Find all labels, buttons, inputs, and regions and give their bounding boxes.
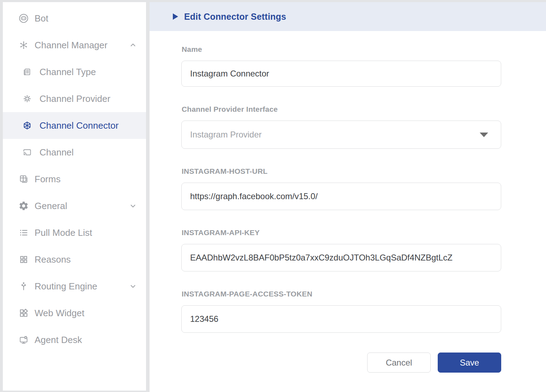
routing-engine-icon xyxy=(18,281,29,292)
sidebar-item-label: Web Widget xyxy=(35,308,84,319)
host-url-field-group: INSTAGRAM-HOST-URL xyxy=(181,167,501,210)
sidebar-item-label: Channel Provider xyxy=(40,93,110,104)
channel-provider-interface-label: Channel Provider Interface xyxy=(182,105,501,114)
instagram-host-url-label: INSTAGRAM-HOST-URL xyxy=(182,167,501,176)
sidebar-item-forms[interactable]: Forms xyxy=(3,166,146,192)
name-field-group: Name xyxy=(181,45,501,87)
sidebar: Bot Channel Manager xyxy=(3,2,146,391)
web-widget-icon xyxy=(18,308,29,318)
sidebar-item-label: Agent Desk xyxy=(35,335,82,345)
channel-manager-icon xyxy=(18,40,29,50)
chevron-down-icon xyxy=(129,282,137,290)
channel-provider-icon xyxy=(22,93,32,104)
sidebar-item-pull-mode-list[interactable]: Pull Mode List xyxy=(3,219,146,246)
channel-cast-icon xyxy=(22,147,32,158)
channel-provider-interface-select[interactable]: Instagram Provider xyxy=(181,121,501,149)
forms-icon xyxy=(18,174,29,184)
bot-icon xyxy=(18,13,29,24)
name-input[interactable] xyxy=(181,61,501,87)
chevron-up-icon xyxy=(129,41,137,49)
main-panel: Edit Connector Settings Name Channel Pro… xyxy=(150,2,546,392)
sidebar-item-channel-type[interactable]: Channel Type xyxy=(3,59,146,85)
channel-connector-icon xyxy=(22,120,32,131)
instagram-page-access-token-input[interactable] xyxy=(181,305,501,333)
sidebar-item-routing-engine[interactable]: Routing Engine xyxy=(3,273,146,300)
sidebar-item-channel[interactable]: Channel xyxy=(3,139,146,166)
connector-settings-form: Name Channel Provider Interface Instagra… xyxy=(150,31,501,373)
sidebar-item-label: Channel xyxy=(40,147,74,158)
sidebar-item-channel-connector[interactable]: Channel Connector xyxy=(3,112,146,139)
channel-type-icon xyxy=(22,67,32,77)
agent-desk-icon xyxy=(18,335,29,345)
page-title: Edit Connector Settings xyxy=(184,12,286,22)
page-access-token-field-group: INSTAGRAM-PAGE-ACCESS-TOKEN xyxy=(181,290,501,333)
sidebar-item-bot[interactable]: Bot xyxy=(3,5,146,32)
form-actions: Cancel Save xyxy=(181,353,501,373)
cancel-button[interactable]: Cancel xyxy=(367,353,431,373)
sidebar-item-channel-provider[interactable]: Channel Provider xyxy=(3,85,146,112)
sidebar-item-channel-manager[interactable]: Channel Manager xyxy=(3,32,146,59)
pull-mode-list-icon xyxy=(18,227,29,238)
instagram-host-url-input[interactable] xyxy=(181,183,501,210)
name-label: Name xyxy=(182,45,501,54)
sidebar-item-label: General xyxy=(35,201,67,212)
play-icon xyxy=(173,13,178,20)
instagram-api-key-label: INSTAGRAM-API-KEY xyxy=(182,228,501,237)
sidebar-item-general[interactable]: General xyxy=(3,192,146,219)
chevron-down-icon xyxy=(129,202,137,210)
reasons-grid-icon xyxy=(18,254,29,265)
gear-icon xyxy=(18,201,29,211)
instagram-page-access-token-label: INSTAGRAM-PAGE-ACCESS-TOKEN xyxy=(182,290,501,298)
provider-interface-field-group: Channel Provider Interface Instagram Pro… xyxy=(181,105,501,149)
selected-provider-value: Instagram Provider xyxy=(190,130,262,140)
sidebar-item-label: Routing Engine xyxy=(35,281,97,292)
sidebar-item-label: Channel Connector xyxy=(40,120,119,131)
sidebar-item-agent-desk[interactable]: Agent Desk xyxy=(3,326,146,353)
sidebar-item-label: Pull Mode List xyxy=(35,227,92,238)
sidebar-item-label: Reasons xyxy=(35,254,71,265)
sidebar-item-label: Channel Manager xyxy=(35,40,108,51)
sidebar-item-label: Channel Type xyxy=(40,67,96,78)
sidebar-item-label: Forms xyxy=(35,174,61,185)
sidebar-item-reasons[interactable]: Reasons xyxy=(3,246,146,273)
instagram-api-key-input[interactable] xyxy=(181,244,501,271)
dropdown-caret-icon xyxy=(480,133,488,137)
save-button[interactable]: Save xyxy=(438,353,501,373)
sidebar-item-label: Bot xyxy=(35,13,48,24)
sidebar-item-web-widget[interactable]: Web Widget xyxy=(3,300,146,326)
edit-connector-settings-header: Edit Connector Settings xyxy=(150,2,546,31)
api-key-field-group: INSTAGRAM-API-KEY xyxy=(181,228,501,271)
